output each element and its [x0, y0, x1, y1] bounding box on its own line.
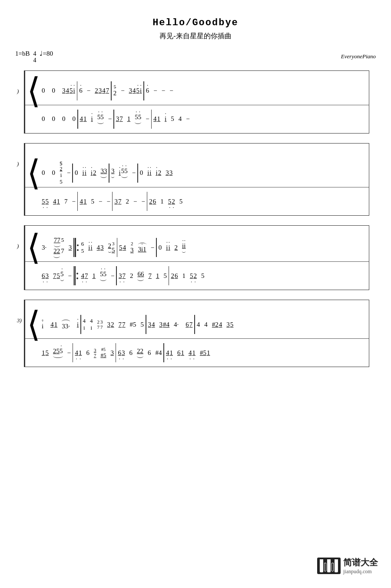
dash: − [68, 272, 72, 280]
bar-line [137, 164, 138, 183]
note: 3 [130, 247, 134, 254]
note: 5 [100, 271, 103, 278]
note-group: 3 7 [114, 198, 121, 205]
note: 6 [129, 349, 133, 357]
note: 3 [148, 321, 152, 328]
note: 7 [119, 321, 122, 328]
note: 3 [62, 323, 65, 330]
song-subtitle: 再见-来自星星的你插曲 [13, 32, 378, 41]
note: i [85, 169, 86, 177]
note: 3 [122, 349, 125, 357]
note: 4 [66, 87, 70, 94]
note: 5 [119, 244, 123, 251]
note: 1 [160, 198, 164, 205]
system-3: ⟨ 3· 7 7 5 [24, 225, 369, 290]
note: 3 [111, 167, 115, 175]
note: i [42, 323, 43, 330]
note: 5 [70, 87, 73, 94]
stack-num: 5 [60, 179, 63, 185]
dash: − [87, 87, 90, 94]
bar-line [143, 81, 144, 100]
note-group: 4 3 [97, 244, 104, 251]
above-num: 2 [131, 241, 133, 246]
note-group: 1 5 [42, 349, 49, 357]
staff-upper-4: ⟨ i 4 1 3 3· [25, 300, 369, 339]
bar-line [80, 315, 81, 334]
note: 4 [75, 349, 78, 357]
slur-group: 6 6 [137, 271, 144, 281]
note: 7 [119, 115, 123, 123]
note: 6 [186, 321, 189, 328]
note-group: 2 6 [171, 272, 178, 280]
dash: − [67, 169, 70, 177]
note: 5 [141, 321, 144, 328]
note: 7 [85, 272, 88, 280]
bar-line [147, 192, 148, 211]
note: 1 [207, 349, 210, 357]
dash: − [169, 87, 173, 94]
dash: − [133, 198, 137, 205]
piano-key-3 [335, 559, 338, 572]
section-1: ) ⟨ 0 0 3 [24, 70, 369, 134]
note: 6 [148, 349, 151, 357]
note-group: 6 7 [186, 321, 192, 328]
bar-line [151, 110, 152, 129]
dash: − [108, 115, 112, 123]
note: #2 [212, 321, 219, 328]
note: 1 [192, 349, 196, 357]
bar-line [72, 164, 73, 183]
bar-line [194, 315, 195, 334]
note: 2 [193, 272, 197, 280]
brace-upper-4: ⟨ [27, 312, 40, 337]
note: 2 [172, 198, 175, 205]
note: 5 [97, 114, 101, 121]
note: 4 [153, 115, 157, 123]
piano-key-black-2 [331, 563, 334, 571]
note: 4 [53, 198, 56, 205]
note: 1 [42, 349, 45, 357]
slur-top-1: i [42, 319, 43, 330]
repeat-bar-2 [73, 266, 80, 285]
attribution: EveryonePiano [341, 53, 376, 60]
brace-upper-3: ⟨ [27, 235, 40, 260]
note: 2 [57, 247, 60, 255]
note: i [168, 244, 170, 251]
note: 4· [174, 321, 179, 328]
note-above-2: 2 3 [130, 241, 134, 254]
stacked-notes: 7 7 5 2 2 7 [53, 237, 64, 258]
bar-line [156, 238, 157, 257]
bar-line [109, 164, 109, 183]
note: 1 [157, 115, 161, 123]
system-staves-4: ⟨ i 4 1 3 3· [25, 300, 369, 367]
note: 2 [53, 247, 57, 255]
note: 5 [57, 272, 60, 280]
note: 2 [158, 169, 162, 177]
top-num-group: 23 77 [97, 319, 103, 330]
note: 4 [189, 349, 192, 357]
watermark-sub-text: jianpudq.com [343, 568, 372, 575]
bar-line [77, 110, 78, 129]
sharp5-num: #5 [100, 352, 106, 359]
note: 4 [81, 272, 84, 280]
note-group: 3 4 5 i [129, 87, 142, 94]
note: 4 [102, 87, 106, 94]
note: i [82, 169, 84, 177]
note: 7 [122, 321, 126, 328]
dash: − [153, 87, 157, 94]
repeat-bar [73, 238, 80, 257]
note-group: 3 7 [116, 115, 123, 123]
system-1: ⟨ 0 0 3 4 5 i [24, 70, 369, 134]
stack-num: i [60, 172, 62, 179]
note: 7 [61, 247, 64, 258]
note: 6 [146, 87, 149, 94]
note: 6 [175, 272, 178, 280]
note: 3 [62, 87, 66, 94]
note: 0 [159, 244, 162, 251]
note: 4 [179, 115, 182, 123]
note: 3 [169, 169, 173, 177]
staff-lower-2: ⟨ 5 5 4 1 7 − [25, 187, 369, 215]
note: 7 [148, 272, 152, 280]
note: 0 [42, 115, 45, 123]
note: 5 [42, 198, 45, 205]
note: 7 [118, 198, 122, 205]
